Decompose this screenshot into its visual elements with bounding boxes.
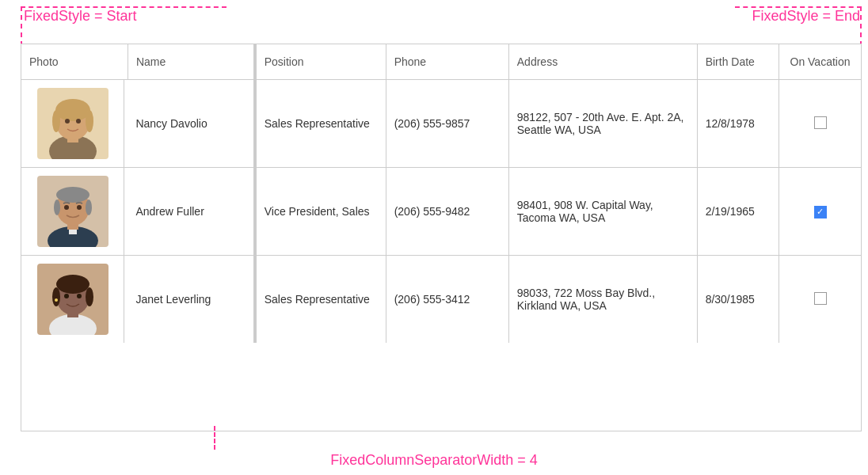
col-header-name: Name <box>128 44 254 80</box>
cell-name-3: Janet Leverling <box>128 256 254 344</box>
cell-vacation-1 <box>779 80 861 168</box>
bracket-top-left <box>21 6 227 46</box>
col-header-birthdate: Birth Date <box>697 44 779 80</box>
table-header-row: Photo Name Position Phone Address Birth … <box>21 44 861 80</box>
svg-point-16 <box>86 200 92 215</box>
svg-point-23 <box>56 275 89 294</box>
cell-name-2: Andrew Fuller <box>128 168 254 256</box>
cell-birthdate-3: 8/30/1985 <box>697 256 779 344</box>
svg-point-6 <box>86 110 93 132</box>
col-header-address: Address <box>508 44 697 80</box>
avatar-3 <box>37 264 108 335</box>
col-header-phone: Phone <box>386 44 508 80</box>
cell-phone-1: (206) 555-9857 <box>386 80 508 168</box>
svg-point-25 <box>86 287 93 306</box>
svg-point-7 <box>65 119 70 124</box>
cell-birthdate-2: 2/19/1965 <box>697 168 779 256</box>
vacation-checkbox-3[interactable] <box>814 292 827 305</box>
avatar-1 <box>37 88 108 159</box>
cell-position-1: Sales Representative <box>255 80 386 168</box>
cell-vacation-2: ✓ <box>779 168 861 256</box>
data-table: Photo Name Position Phone Address Birth … <box>21 44 862 431</box>
cell-photo-2 <box>21 168 124 255</box>
cell-phone-2: (206) 555-9482 <box>386 168 508 256</box>
avatar-2 <box>37 176 108 247</box>
col-header-photo: Photo <box>21 44 128 80</box>
cell-vacation-3 <box>779 256 861 344</box>
svg-point-8 <box>76 119 81 124</box>
svg-point-28 <box>55 298 58 302</box>
vacation-checkbox-1[interactable] <box>814 116 827 129</box>
cell-phone-3: (206) 555-3412 <box>386 256 508 344</box>
vacation-checkbox-2[interactable]: ✓ <box>814 206 827 218</box>
svg-point-26 <box>64 294 69 298</box>
svg-point-17 <box>64 205 69 210</box>
cell-position-2: Vice President, Sales <box>255 168 386 256</box>
cell-photo-3 <box>21 256 124 343</box>
col-header-position: Position <box>255 44 386 80</box>
table-row: Janet LeverlingSales Representative(206)… <box>21 256 861 344</box>
cell-position-3: Sales Representative <box>255 256 386 344</box>
fixed-column-separator-label: FixedColumnSeparatorWidth = 4 <box>330 452 538 469</box>
bracket-top-right <box>735 6 862 46</box>
cell-name-1: Nancy Davolio <box>128 80 254 168</box>
table-row: Nancy DavolioSales Representative(206) 5… <box>21 80 861 168</box>
svg-point-5 <box>52 110 60 132</box>
svg-point-18 <box>77 205 82 210</box>
svg-point-24 <box>52 287 60 306</box>
svg-point-15 <box>54 200 60 215</box>
table-row: Andrew FullerVice President, Sales(206) … <box>21 168 861 256</box>
col-header-vacation: On Vacation <box>779 44 861 80</box>
cell-address-2: 98401, 908 W. Capital Way, Tacoma WA, US… <box>508 168 697 256</box>
svg-point-14 <box>56 187 89 203</box>
cell-photo-1 <box>21 80 124 167</box>
svg-point-4 <box>55 99 90 121</box>
cell-address-1: 98122, 507 - 20th Ave. E. Apt. 2A, Seatt… <box>508 80 697 168</box>
cell-birthdate-1: 12/8/1978 <box>697 80 779 168</box>
svg-point-27 <box>77 294 82 298</box>
cell-address-3: 98033, 722 Moss Bay Blvd., Kirkland WA, … <box>508 256 697 344</box>
